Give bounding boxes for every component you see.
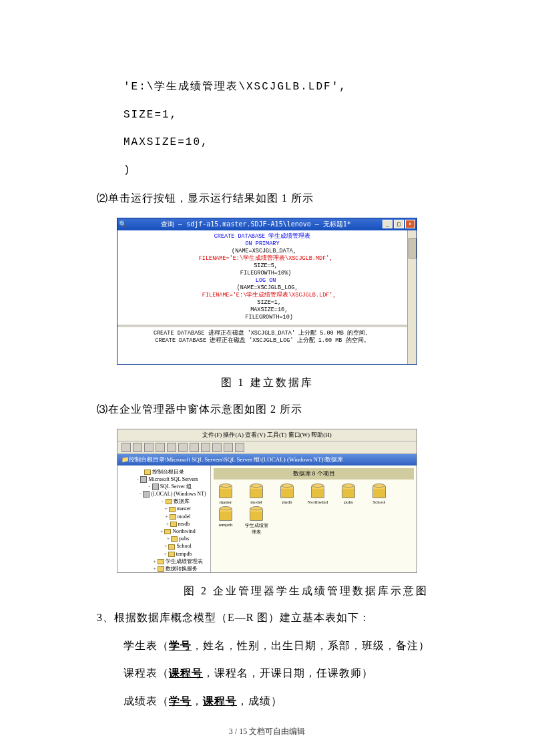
tree-sqlservers: -Microsoft SQL Servers (119, 476, 209, 483)
database-icon (219, 485, 232, 498)
db-item[interactable]: tempdb (214, 508, 238, 536)
pk-kechenghao: 课程号 (169, 667, 203, 679)
database-icon (250, 485, 263, 498)
res-2: CREATE DATABASE 进程正在磁盘 'XSCJGLB_LOG' 上分配… (155, 337, 369, 344)
host-icon (143, 491, 150, 498)
tb-run-icon[interactable] (212, 443, 222, 452)
db-grid: master model msdb Northwind pubs School … (214, 485, 414, 536)
caption-1: 图 1 建立数据库 (97, 370, 437, 395)
tree-group: -SQL Server 组 (119, 483, 209, 490)
code-line-2: SIZE=1, (123, 102, 437, 130)
db-icon (170, 522, 177, 527)
tree-db: +pubs (119, 535, 209, 542)
sql-4: FILENAME='E:\学生成绩管理表\XSCJGLB.MDF', (192, 255, 333, 262)
tree-db: +master (119, 505, 209, 512)
figure-2-wrap: 文件(F) 操作(A) 查看(V) 工具(T) 窗口(W) 帮助(H) 📁 控制… (97, 429, 437, 573)
tree-local: -(LOCAL) (Windows NT) (119, 490, 209, 498)
db-icon (158, 559, 164, 564)
db-icon (171, 536, 178, 542)
tb-refresh-icon[interactable] (201, 443, 210, 452)
tb-stop-icon[interactable] (224, 443, 233, 452)
fig2-menubar[interactable]: 文件(F) 操作(A) 查看(V) 工具(T) 窗口(W) 帮助(H) (117, 429, 417, 441)
figure-1-window: 🔍 查询 — sdjf-a15.master.SDJF-A15\lenovo —… (117, 218, 417, 365)
paragraph-4: 3、根据数据库概念模型（E—R 图）建立基本表如下： (97, 604, 437, 632)
course-table-def: 课程表（课程号，课程名，开课日期，任课教师） (123, 659, 437, 687)
db-item[interactable]: model (244, 485, 268, 505)
db-item[interactable]: master (214, 485, 238, 505)
db-item[interactable]: School (367, 485, 391, 505)
paragraph-2: ⑵单击运行按钮，显示运行结果如图 1 所示 (97, 184, 437, 212)
fig2-tree[interactable]: 控制台根目录 -Microsoft SQL Servers -SQL Serve… (117, 465, 211, 572)
tree-root: 控制台根目录 (119, 468, 209, 476)
fig1-sql-pane[interactable]: CREATE DATABASE 学生成绩管理表 ON PRIMARY (NAME… (117, 230, 407, 327)
sql-9: FILENAME='E:\学生成绩管理表\XSCJGLB.LDF', (188, 292, 336, 299)
database-icon (311, 485, 324, 498)
db-item[interactable]: 学生成绩管理表 (244, 508, 268, 536)
fig1-titlebar[interactable]: 🔍 查询 — sdjf-a15.master.SDJF-A15\lenovo —… (117, 218, 417, 230)
fig2-toolbar[interactable] (117, 441, 417, 454)
db-icon (168, 552, 175, 557)
fig2-pathbar: 📁 控制台根目录\Microsoft SQL Servers\SQL Serve… (117, 454, 417, 465)
console-icon: 📁 (121, 456, 129, 463)
page-footer: 3 / 15 文档可自由编辑 (0, 726, 534, 737)
db-icon (170, 514, 176, 520)
tb-up-icon[interactable] (144, 443, 154, 452)
group-icon (152, 484, 159, 490)
sql-10: SIZE=1, (244, 299, 281, 306)
tb-back-icon[interactable] (121, 443, 131, 452)
scroll-thumb[interactable] (409, 238, 417, 258)
figure-1-wrap: 🔍 查询 — sdjf-a15.master.SDJF-A15\lenovo —… (97, 218, 437, 365)
sql-2: ON PRIMARY (245, 240, 279, 247)
tb-copy-icon[interactable] (167, 443, 176, 452)
tree-db: +model (119, 513, 209, 520)
server-icon (140, 476, 147, 483)
fig2-path-text: 控制台根目录\Microsoft SQL Servers\SQL Server … (129, 455, 343, 464)
tree-dts: +数据转换服务 (119, 565, 209, 572)
fig2-main[interactable]: 数据库 8 个项目 master model msdb Northwind pu… (211, 465, 417, 572)
close-icon[interactable]: × (405, 220, 415, 228)
db-icon (169, 507, 176, 512)
sql-12: FILEGROWTH=10) (232, 314, 293, 321)
scrollbar-v[interactable] (407, 230, 417, 364)
tb-prop-icon[interactable] (190, 443, 199, 452)
score-table-def: 成绩表（学号，课程号，成绩） (123, 687, 437, 715)
tb-help-icon[interactable] (235, 443, 244, 452)
database-icon (250, 508, 263, 521)
db-icon (168, 544, 175, 550)
sql-1: CREATE DATABASE 学生成绩管理表 (214, 233, 311, 240)
figure-2-window: 文件(F) 操作(A) 查看(V) 工具(T) 窗口(W) 帮助(H) 📁 控制… (117, 429, 417, 573)
pk-xuehao: 学号 (169, 640, 192, 651)
caption-2: 图 2 企业管理器学生成绩管理数据库示意图 (184, 578, 437, 604)
database-icon (342, 485, 355, 498)
sql-7: LOG ON (249, 277, 276, 284)
query-icon: 🔍 (119, 220, 127, 228)
code-line-4: ) (123, 157, 437, 185)
code-line-3: MAXSIZE=10, (123, 129, 437, 157)
db-item[interactable]: pubs (336, 485, 360, 505)
pk-kechenghao-2: 课程号 (203, 695, 237, 707)
db-icon (164, 529, 171, 534)
tree-db: +学生成绩管理表 (119, 558, 209, 565)
sql-5: SIZE=5, (247, 262, 278, 269)
database-icon (219, 508, 232, 521)
fig1-title-text: 查询 — sdjf-a15.master.SDJF-A15\lenovo — 无… (127, 220, 382, 229)
sql-11: MAXSIZE=10, (237, 307, 288, 313)
sql-8: (NAME=XSCJGLB_LOG, (226, 285, 298, 291)
tb-cut-icon[interactable] (156, 443, 165, 452)
sql-3: (NAME=XSCJGLB_DATA, (228, 248, 296, 254)
db-item[interactable]: msdb (275, 485, 299, 505)
tb-fwd-icon[interactable] (133, 443, 142, 452)
student-table-def: 学生表（学号，姓名，性别，出生日期，系部，班级，备注） (123, 632, 437, 660)
tb-delete-icon[interactable] (178, 443, 188, 452)
sql-6: FILEGROWTH=10%) (234, 270, 292, 276)
tree-db: +msdb (119, 520, 209, 528)
fig1-result-pane[interactable]: CREATE DATABASE 进程正在磁盘 'XSCJGLB_DATA' 上分… (117, 327, 407, 364)
db-item[interactable]: Northwind (306, 485, 330, 505)
tree-db: +School (119, 542, 209, 550)
minimize-icon[interactable]: _ (382, 220, 392, 228)
folder-icon (166, 499, 172, 504)
maximize-icon[interactable]: □ (394, 220, 404, 228)
code-line-1: 'E:\学生成绩管理表\XSCJGLB.LDF', (123, 73, 437, 102)
paragraph-3: ⑶在企业管理器中窗体示意图如图 2 所示 (97, 395, 437, 423)
tree-databases: -数据库 (119, 498, 209, 505)
